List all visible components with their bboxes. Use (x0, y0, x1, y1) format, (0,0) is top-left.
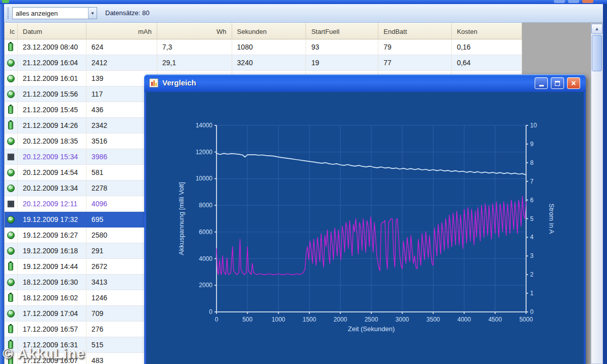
vergleich-titlebar[interactable]: Vergleich × (144, 74, 586, 92)
cell-icon (5, 275, 18, 290)
cell-icon (5, 180, 18, 196)
y-axis-right-title: Strom in A (548, 204, 555, 234)
table-row[interactable]: 23.12.2009 08:406247,3108093790,16 (5, 39, 522, 55)
module-icon (8, 154, 14, 160)
main-window-titlebar[interactable] (0, 0, 607, 4)
y-right-tick-label: 5 (530, 215, 534, 222)
toolbar: alles anzeigen ▼ Datensätze: 80 (4, 4, 603, 23)
cell-endbatt: 77 (378, 55, 452, 71)
cell-icon (5, 322, 18, 337)
cycle-icon (7, 75, 15, 82)
y-left-tick-label: 0 (209, 308, 212, 315)
filter-combobox[interactable]: alles anzeigen ▼ (12, 7, 97, 19)
y-right-tick-label: 9 (530, 141, 534, 148)
records-count-label: Datensätze: 80 (105, 9, 149, 17)
x-tick-label: 500 (242, 316, 252, 323)
cycle-icon (7, 279, 15, 286)
battery-icon (8, 294, 13, 302)
minimize-icon (539, 85, 544, 86)
y-right-tick-label: 7 (530, 178, 534, 185)
cell-mah: 624 (86, 39, 157, 55)
y-right-tick-label: 3 (530, 252, 534, 259)
scrollbar-thumb[interactable] (592, 35, 602, 71)
cell-icon (5, 39, 18, 55)
column-header-wh[interactable]: Wh (157, 23, 232, 39)
combo-dropdown-button[interactable]: ▼ (88, 8, 97, 19)
battery-icon (8, 43, 13, 51)
battery-icon (8, 262, 13, 270)
cell-datum: 21.12.2009 16:04 (18, 55, 86, 71)
table-scrollbar[interactable]: ▲ (591, 23, 603, 364)
cycle-icon (7, 247, 15, 255)
scroll-up-icon: ▲ (595, 26, 599, 31)
cell-icon (5, 212, 18, 228)
x-tick-label: 1500 (302, 316, 316, 323)
y-left-tick-label: 6000 (199, 229, 212, 236)
minimize-button[interactable] (535, 77, 548, 89)
x-tick-label: 5000 (519, 316, 533, 323)
cell-kosten: 0,16 (452, 39, 522, 55)
x-tick-label: 3000 (396, 316, 409, 323)
y-left-tick-label: 4000 (199, 255, 212, 262)
battery-icon (8, 121, 13, 129)
cycle-icon (7, 59, 15, 67)
maximize-button-fragment[interactable] (568, 0, 579, 3)
scrollbar-up-button[interactable]: ▲ (591, 24, 602, 34)
y-right-tick-label: 1 (530, 290, 534, 297)
cell-datum: 17.12.2009 17:04 (18, 306, 86, 322)
cell-datum: 18.12.2009 16:02 (18, 290, 86, 306)
cell-endbatt: 79 (378, 39, 452, 55)
toolbar-grip[interactable] (7, 8, 9, 19)
cell-icon (5, 149, 18, 165)
column-header-mah[interactable]: mAh (86, 23, 157, 39)
close-button[interactable]: × (567, 77, 580, 89)
cell-icon (5, 165, 18, 180)
chevron-down-icon: ▼ (91, 11, 95, 16)
cell-icon (5, 118, 18, 133)
close-button-fragment[interactable] (582, 0, 593, 3)
battery-icon (8, 106, 13, 114)
cell-datum: 20.12.2009 14:54 (18, 165, 86, 180)
y-axis-left-title: Akkuspannung [milli Volt] (178, 182, 185, 255)
cycle-icon (7, 310, 15, 317)
cell-sekunden: 1080 (232, 39, 307, 55)
y-right-tick-label: 10 (530, 122, 537, 129)
cell-datum: 18.12.2009 16:30 (18, 275, 86, 290)
cell-wh: 7,3 (157, 39, 232, 55)
cell-wh: 29,1 (157, 55, 232, 71)
cell-icon (5, 102, 18, 118)
y-right-tick-label: 4 (530, 234, 534, 241)
column-header-ic[interactable]: Ic (5, 23, 18, 39)
cell-icon (5, 55, 18, 71)
cell-datum: 21.12.2009 14:26 (18, 118, 86, 133)
cell-datum: 19.12.2009 16:18 (18, 243, 86, 259)
app-screen: alles anzeigen ▼ Datensätze: 80 IcDatumm… (0, 0, 607, 364)
cell-icon (5, 71, 18, 86)
cycle-icon (7, 216, 15, 223)
cycle-icon (7, 138, 15, 145)
cell-datum: 20.12.2009 15:34 (18, 149, 86, 165)
cycle-icon (7, 90, 15, 98)
table-row[interactable]: 21.12.2009 16:04241229,1324019770,64 (5, 55, 522, 71)
column-header-startfuell[interactable]: StartFuell (306, 23, 378, 39)
y-left-tick-label: 8000 (199, 202, 212, 209)
x-tick-label: 2500 (365, 316, 378, 323)
close-icon: × (571, 79, 576, 87)
cell-kosten: 0,64 (452, 55, 522, 71)
column-header-sekunden[interactable]: Sekunden (232, 23, 307, 39)
minimize-button-fragment[interactable] (554, 0, 565, 3)
cell-icon (5, 86, 18, 102)
y-right-tick-label: 0 (530, 308, 534, 315)
main-window-left-border (0, 4, 4, 364)
y-left-tick-label: 10000 (196, 175, 213, 182)
chart-window-icon (149, 78, 158, 87)
column-header-endbatt[interactable]: EndBatt (378, 23, 452, 39)
x-tick-label: 1000 (272, 316, 285, 323)
cell-datum: 21.12.2009 16:01 (18, 71, 86, 86)
x-tick-label: 4000 (457, 316, 471, 323)
cell-sekunden: 3240 (232, 55, 307, 71)
maximize-button[interactable] (551, 77, 564, 89)
column-header-datum[interactable]: Datum (18, 23, 86, 39)
x-tick-label: 0 (215, 316, 219, 323)
column-header-kosten[interactable]: Kosten (452, 23, 522, 39)
